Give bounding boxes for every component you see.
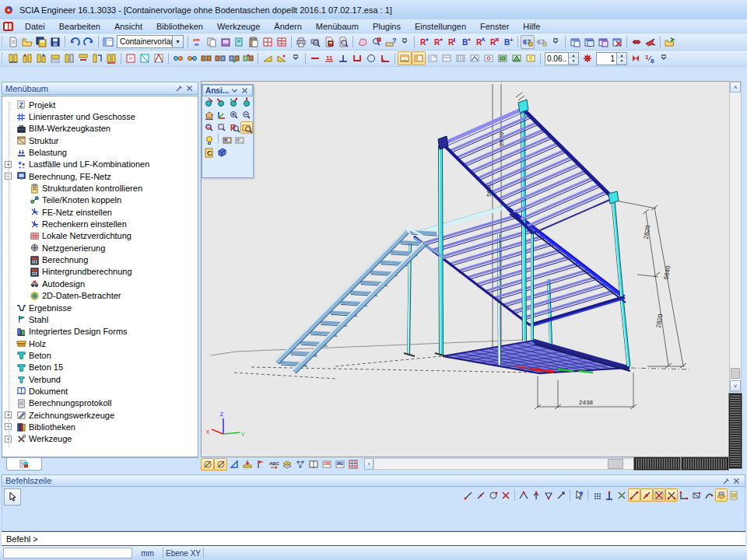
win-6-icon[interactable] xyxy=(468,51,482,65)
line-red-icon[interactable] xyxy=(308,51,322,65)
tree-item-teile-knoten-koppeln[interactable]: Teile/Knoten koppeln xyxy=(2,194,198,206)
window-close-icon[interactable] xyxy=(610,35,624,49)
selection-cursor-button[interactable] xyxy=(4,488,21,506)
snap-delete-icon[interactable] xyxy=(500,488,512,502)
menu-datei[interactable]: Datei xyxy=(18,20,52,33)
perp-sym-icon[interactable] xyxy=(336,51,350,65)
gear-red-icon[interactable] xyxy=(580,51,594,65)
new-document-icon[interactable] xyxy=(6,35,20,49)
pages-cyan-icon[interactable] xyxy=(233,35,247,49)
print-preview-icon[interactable] xyxy=(308,35,322,49)
tree-item-zeichnungswerkzeuge[interactable]: +Zeichnungswerkzeuge xyxy=(2,409,198,421)
snap-cross-green-icon[interactable] xyxy=(615,488,628,502)
win-hl-2-icon[interactable] xyxy=(412,51,426,65)
menu-ändern[interactable]: Ändern xyxy=(267,20,308,33)
null-line-2-icon[interactable] xyxy=(214,458,227,471)
scroll-up-button[interactable]: ˄ xyxy=(730,82,741,93)
book-display-icon[interactable] xyxy=(307,458,320,471)
open-folder-icon[interactable] xyxy=(20,35,34,49)
member-pair-4-icon[interactable] xyxy=(241,51,255,65)
document-calc-icon[interactable] xyxy=(322,35,336,49)
numbers-67-on-icon[interactable]: 67 xyxy=(521,35,535,49)
menu-einstellungen[interactable]: Einstellungen xyxy=(408,20,473,33)
menubaum-tab[interactable]: 9 xyxy=(6,458,42,471)
command-input[interactable]: Befehl > xyxy=(2,531,745,546)
label-r1-icon[interactable]: R xyxy=(417,35,431,49)
storey-2-icon[interactable] xyxy=(20,51,34,65)
label-r4-icon[interactable]: R xyxy=(473,35,487,49)
tree-item-beton-15[interactable]: Beton 15 xyxy=(2,362,198,373)
menu-menübaum[interactable]: Menübaum xyxy=(309,20,366,33)
view-axo-1-icon[interactable] xyxy=(203,96,216,109)
grid-red-1-icon[interactable] xyxy=(261,35,275,49)
tree-item-bim-werkzeugkasten[interactable]: BIM-Werkzeugkasten xyxy=(2,123,198,135)
frame-cyan-icon[interactable] xyxy=(138,51,152,65)
window-copy-icon[interactable] xyxy=(596,35,610,49)
label-r5-icon[interactable]: R xyxy=(487,35,501,49)
polygon-pink-icon[interactable] xyxy=(356,35,370,49)
member-pair-1-icon[interactable] xyxy=(199,51,213,65)
zoom-red-icon[interactable]: R xyxy=(228,121,240,134)
win-7-icon[interactable] xyxy=(482,51,496,65)
tree-item-berechnungsprotokoll[interactable]: Berechnungsprotokoll xyxy=(2,397,198,409)
win-8-icon[interactable] xyxy=(524,51,538,65)
scroll-left-button[interactable]: ‹ xyxy=(364,458,374,470)
render-2-icon[interactable] xyxy=(233,134,246,146)
view-3d-icon[interactable] xyxy=(216,146,228,159)
frame-red-icon[interactable] xyxy=(124,51,138,65)
tree-item-lokale-netzverdichtung[interactable]: Lokale Netzverdichtung xyxy=(2,230,198,242)
window-cascade-icon[interactable] xyxy=(582,35,596,49)
tree-item-lastf-lle-und-lf-kombinationen[interactable]: +Lastfälle und LF-Kombinationen xyxy=(2,159,198,170)
units-cm-icon[interactable]: cmm xyxy=(191,35,205,49)
scale-spinner[interactable]: 1▲▼ xyxy=(596,52,627,65)
frame-mixed-icon[interactable] xyxy=(152,51,166,65)
null-line-1-icon[interactable] xyxy=(201,458,214,471)
render-1-icon[interactable] xyxy=(221,134,233,146)
tree-item-netzgenerierung[interactable]: Netzgenerierung xyxy=(2,242,198,254)
snap-rect-icon[interactable] xyxy=(690,488,703,502)
chevron-icon[interactable] xyxy=(289,51,303,65)
combo-dropdown-icon[interactable]: ▼ xyxy=(172,36,183,47)
viewport-rotate-slider-horizontal-1[interactable] xyxy=(634,457,680,470)
tree-item-linienraster-und-geschosse[interactable]: Linienraster und Geschosse xyxy=(2,110,198,122)
bowtie-red-icon[interactable] xyxy=(629,51,643,65)
ansicht-palette-header[interactable]: Ansi... xyxy=(202,85,253,96)
scrollbar-thumb[interactable] xyxy=(608,459,623,469)
tree-item-hintergrundberechnung[interactable]: Hintergrundberechnung xyxy=(2,266,198,278)
close-icon[interactable] xyxy=(240,86,250,96)
scroll-down-button[interactable]: ˅ xyxy=(730,380,741,391)
undo-icon[interactable] xyxy=(68,35,82,49)
haunch-1-icon[interactable] xyxy=(261,51,275,65)
ruler-triangle-icon[interactable] xyxy=(227,458,240,471)
snap-line-icon[interactable] xyxy=(475,488,487,502)
tree-item-integriertes-design-forms[interactable]: Integriertes Design Forms xyxy=(2,326,198,338)
storey-4-icon[interactable] xyxy=(48,51,62,65)
folder-export-icon[interactable] xyxy=(663,35,677,49)
tree-item-holz[interactable]: Holz xyxy=(2,338,198,349)
snap-triangle-icon[interactable] xyxy=(542,488,555,502)
tree-item-strukturdaten-kontrollieren[interactable]: Strukturdaten kontrollieren xyxy=(2,182,198,194)
label-r2-icon[interactable]: R xyxy=(431,35,445,49)
snap-peak-icon[interactable] xyxy=(517,488,530,502)
menu-hilfe[interactable]: Hilfe xyxy=(516,20,547,33)
snap-circle-icon[interactable] xyxy=(487,488,500,502)
tree-item-struktur[interactable]: Struktur xyxy=(2,135,198,146)
menu-werkzeuge[interactable]: Werkzeuge xyxy=(210,20,267,33)
view-axis-icon[interactable] xyxy=(216,109,228,121)
redo-icon[interactable] xyxy=(82,35,96,49)
label-b1-icon[interactable]: B xyxy=(459,35,473,49)
dim-11-icon[interactable]: 11 xyxy=(322,51,336,65)
menu-bibliotheken[interactable]: Bibliotheken xyxy=(149,20,210,33)
model-viewport[interactable]: 262056402820564028202438ZXY xyxy=(201,81,729,457)
chevron-icon[interactable] xyxy=(398,35,412,49)
circle-sym-icon[interactable] xyxy=(364,51,378,65)
window-layout-icon[interactable] xyxy=(101,35,115,49)
win-5-icon[interactable] xyxy=(454,51,468,65)
zoom-extents-icon[interactable] xyxy=(216,121,228,134)
toolbar-grip[interactable] xyxy=(2,52,5,65)
nodes-display-icon[interactable] xyxy=(293,458,307,471)
tree-item-beton[interactable]: Beton xyxy=(2,349,198,361)
snap-arrow-ne-icon[interactable] xyxy=(555,488,567,502)
view-axo-2-icon[interactable] xyxy=(216,96,228,109)
viewport-rotate-slider-vertical[interactable] xyxy=(729,394,742,468)
